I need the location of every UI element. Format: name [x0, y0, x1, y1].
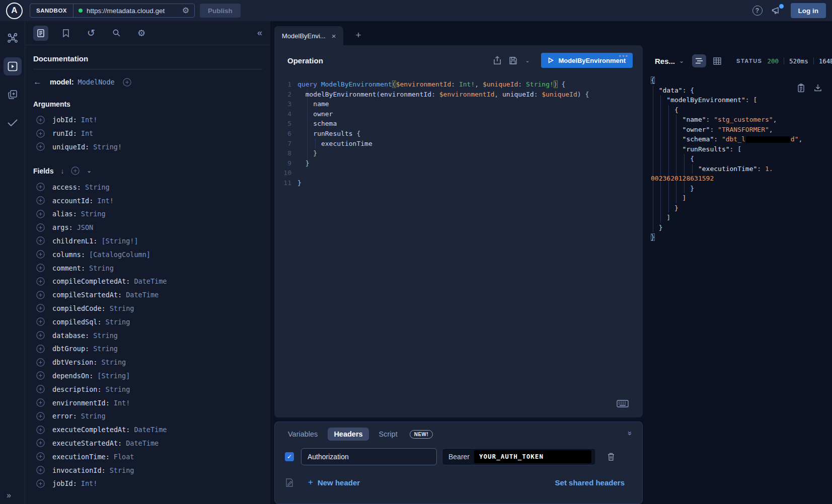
save-operation-icon[interactable]: [509, 56, 517, 65]
add-field-plus-icon[interactable]: [36, 116, 45, 124]
breadcrumb-type[interactable]: ModelNode: [78, 78, 115, 86]
delete-header-icon[interactable]: [607, 452, 615, 461]
field-row[interactable]: error:String: [36, 409, 262, 423]
add-field-plus-icon[interactable]: [36, 277, 45, 286]
schema-graph-icon[interactable]: [4, 29, 22, 47]
tab-variables[interactable]: Variables: [282, 428, 324, 441]
add-field-plus-icon[interactable]: [36, 398, 45, 407]
add-field-plus-icon[interactable]: [36, 291, 45, 299]
add-field-plus-icon[interactable]: [36, 385, 45, 393]
add-field-icon[interactable]: [123, 78, 131, 87]
argument-row[interactable]: runId:Int: [36, 127, 262, 140]
field-row[interactable]: dbtGroup:String: [36, 342, 262, 356]
checks-icon[interactable]: [4, 114, 22, 132]
close-tab-icon[interactable]: ×: [332, 32, 336, 40]
set-shared-headers-link[interactable]: Set shared headers: [555, 478, 625, 487]
endpoint-settings-gear-icon[interactable]: ⚙: [182, 7, 189, 15]
add-field-plus-icon[interactable]: [36, 371, 45, 380]
sort-fields-icon[interactable]: ↓: [60, 167, 64, 175]
add-field-plus-icon[interactable]: [36, 250, 45, 259]
add-field-plus-icon[interactable]: [36, 129, 45, 138]
add-field-plus-icon[interactable]: [36, 479, 45, 488]
field-row[interactable]: compiledCode:String: [36, 302, 262, 315]
add-field-plus-icon[interactable]: [36, 210, 45, 218]
save-headers-to-collection-icon[interactable]: [285, 478, 294, 487]
field-row[interactable]: compiledSql:String: [36, 315, 262, 328]
field-row[interactable]: childrenL1:[String!]: [36, 234, 262, 248]
publish-button[interactable]: Publish: [200, 4, 241, 18]
field-row[interactable]: args:JSON: [36, 221, 262, 234]
add-field-plus-icon[interactable]: [36, 426, 45, 434]
add-field-plus-icon[interactable]: [36, 236, 45, 245]
add-field-plus-icon[interactable]: [36, 452, 45, 461]
collapse-panel-icon[interactable]: »: [626, 431, 634, 435]
field-row[interactable]: executeCompletedAt:DateTime: [36, 423, 262, 437]
field-row[interactable]: executionTime:Float: [36, 450, 262, 463]
field-row[interactable]: dependsOn:[String]: [36, 369, 262, 383]
header-value-input[interactable]: Bearer YOUR_AUTH_TOKEN: [442, 448, 596, 465]
add-field-plus-icon[interactable]: [36, 439, 45, 447]
field-row[interactable]: jobId:Int!: [36, 477, 262, 490]
add-field-plus-icon[interactable]: [36, 412, 45, 421]
bookmarks-icon[interactable]: [58, 26, 73, 41]
add-field-plus-icon[interactable]: [36, 304, 45, 312]
response-json-viewer[interactable]: { "data": { "modelByEnvironment": [ { "n…: [648, 75, 832, 242]
help-icon[interactable]: ?: [752, 6, 763, 16]
history-icon[interactable]: ↺: [84, 26, 99, 41]
documentation-tab-icon[interactable]: [33, 26, 48, 41]
copy-response-icon[interactable]: [797, 83, 805, 93]
add-field-plus-icon[interactable]: [36, 466, 45, 474]
field-row[interactable]: accountId:Int!: [36, 194, 262, 207]
response-title[interactable]: Res...: [655, 57, 675, 65]
add-all-fields-icon[interactable]: [71, 166, 80, 175]
field-row[interactable]: invocationId:String: [36, 463, 262, 477]
editor-menu-icon[interactable]: •••: [619, 52, 629, 60]
auth-token-value[interactable]: YOUR_AUTH_TOKEN: [474, 450, 591, 463]
endpoint-url[interactable]: https://metadata.cloud.get: [87, 7, 178, 15]
add-field-plus-icon[interactable]: [36, 358, 45, 367]
search-icon[interactable]: [109, 26, 124, 41]
argument-row[interactable]: jobId:Int!: [36, 113, 262, 127]
field-row[interactable]: access:String: [36, 180, 262, 194]
add-field-plus-icon[interactable]: [36, 223, 45, 232]
login-button[interactable]: Log in: [791, 3, 826, 18]
field-row[interactable]: description:String: [36, 382, 262, 396]
argument-row[interactable]: uniqueId:String!: [36, 140, 262, 154]
field-row[interactable]: environmentId:Int!: [36, 396, 262, 409]
tab-script[interactable]: Script: [373, 428, 404, 441]
operation-tab[interactable]: ModelByEnvi... ×: [274, 26, 343, 45]
field-row[interactable]: compileCompletedAt:DateTime: [36, 275, 262, 288]
response-dropdown-chevron-icon[interactable]: ⌄: [679, 57, 684, 64]
keyboard-shortcuts-icon[interactable]: [617, 400, 629, 407]
add-field-plus-icon[interactable]: [36, 345, 45, 353]
endpoint-url-box[interactable]: https://metadata.cloud.get ⚙: [73, 4, 194, 17]
field-row[interactable]: dbtVersion:String: [36, 356, 262, 369]
field-row[interactable]: columns:[CatalogColumn]: [36, 247, 262, 261]
header-enabled-checkbox[interactable]: ✓: [285, 452, 294, 461]
download-response-icon[interactable]: [814, 83, 822, 93]
announcements-megaphone-icon[interactable]: [772, 6, 782, 15]
field-row[interactable]: database:String: [36, 328, 262, 342]
back-arrow-icon[interactable]: ←: [33, 77, 42, 87]
share-operation-icon[interactable]: [493, 56, 501, 65]
save-options-chevron-icon[interactable]: ⌄: [525, 57, 530, 64]
explorer-nav-icon[interactable]: [4, 57, 22, 75]
add-field-plus-icon[interactable]: [36, 196, 45, 205]
new-header-button[interactable]: + New header: [308, 477, 360, 487]
add-field-plus-icon[interactable]: [36, 331, 45, 340]
field-row[interactable]: alias:String: [36, 207, 262, 221]
tab-headers[interactable]: Headers: [328, 428, 368, 441]
collapse-sidebar-icon[interactable]: «: [257, 28, 262, 38]
expand-rail-icon[interactable]: »: [7, 491, 11, 500]
new-tab-icon[interactable]: +: [355, 30, 361, 41]
field-row[interactable]: compileStartedAt:DateTime: [36, 288, 262, 302]
fields-chevron-icon[interactable]: ⌄: [87, 167, 91, 174]
header-key-input[interactable]: [301, 448, 437, 465]
graphql-query-editor[interactable]: 1query ModelByEnvironment($environmentId…: [274, 75, 643, 417]
settings-gear-icon[interactable]: ⚙: [134, 26, 149, 41]
add-field-plus-icon[interactable]: [36, 183, 45, 191]
tree-view-toggle-icon[interactable]: [692, 54, 706, 67]
field-row[interactable]: comment:String: [36, 261, 262, 275]
collections-icon[interactable]: [4, 86, 22, 104]
add-field-plus-icon[interactable]: [36, 264, 45, 272]
